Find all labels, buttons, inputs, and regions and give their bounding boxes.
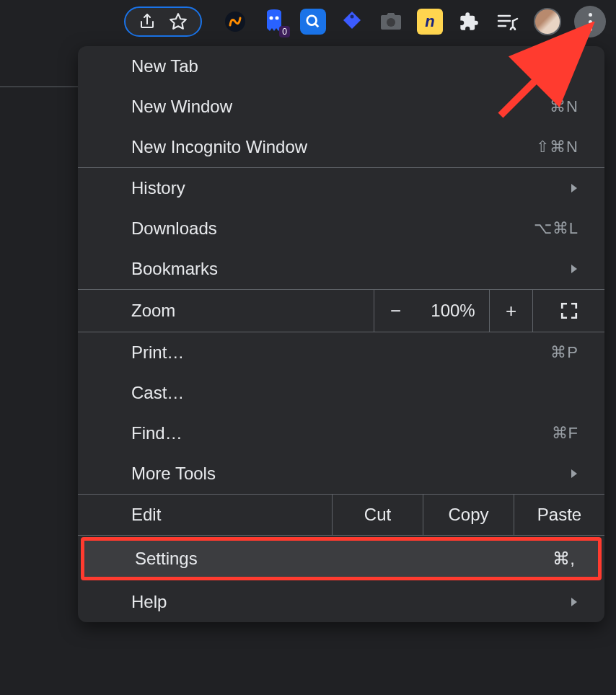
svg-point-4 [307, 16, 317, 25]
extension-notes-icon[interactable]: n [417, 9, 443, 35]
omnibox-actions [124, 6, 202, 37]
bookmark-star-icon[interactable] [169, 12, 188, 31]
menu-item-label: Print… [131, 342, 184, 363]
svg-marker-14 [571, 598, 577, 606]
svg-marker-11 [571, 184, 577, 192]
svg-marker-0 [170, 14, 186, 29]
submenu-chevron-icon [570, 182, 578, 194]
menu-item-new-window[interactable]: New Window ⌘N [78, 87, 604, 127]
menu-item-downloads[interactable]: Downloads ⌥⌘L [78, 208, 604, 249]
menu-item-new-incognito-window[interactable]: New Incognito Window ⇧⌘N [78, 127, 604, 167]
menu-item-shortcut: ⌘N [550, 97, 578, 116]
fullscreen-button[interactable] [532, 290, 604, 332]
zoom-value: 100% [417, 290, 489, 332]
zoom-label: Zoom [78, 301, 374, 321]
menu-item-label: Find… [131, 423, 182, 443]
menu-item-label: New Incognito Window [131, 137, 307, 157]
edit-label: Edit [78, 505, 332, 525]
menu-item-label: New Window [131, 97, 232, 117]
extension-pricetag-icon[interactable] [339, 9, 365, 35]
menu-item-label: New Tab [131, 56, 198, 76]
cut-button[interactable]: Cut [332, 495, 423, 535]
menu-item-find[interactable]: Find… ⌘F [78, 413, 604, 453]
menu-item-label: More Tools [131, 464, 216, 484]
svg-marker-12 [571, 265, 577, 273]
submenu-chevron-icon [570, 263, 578, 275]
menu-item-new-tab[interactable]: New Tab ⌘T [78, 46, 604, 87]
menu-item-label: Downloads [131, 218, 217, 239]
menu-item-shortcut: ⌘T [552, 57, 578, 76]
browser-main-menu: New Tab ⌘T New Window ⌘N New Incognito W… [78, 46, 604, 622]
menu-item-shortcut: ⌘, [553, 549, 575, 569]
zoom-in-button[interactable]: + [489, 290, 532, 332]
menu-item-bookmarks[interactable]: Bookmarks [78, 249, 604, 289]
menu-item-shortcut: ⌘F [552, 424, 578, 443]
extension-search-icon[interactable] [300, 9, 326, 35]
menu-item-settings[interactable]: Settings ⌘, [81, 537, 602, 580]
menu-item-zoom: Zoom − 100% + [78, 290, 604, 332]
submenu-chevron-icon [570, 596, 578, 608]
menu-item-more-tools[interactable]: More Tools [78, 453, 604, 494]
paste-button[interactable]: Paste [514, 495, 604, 535]
more-menu-button[interactable] [574, 6, 606, 37]
svg-line-5 [315, 24, 319, 27]
menu-item-shortcut: ⌘P [550, 343, 578, 362]
svg-point-2 [270, 17, 273, 20]
browser-toolbar: 0 n [0, 0, 616, 43]
menu-separator [78, 535, 604, 536]
svg-point-6 [351, 15, 354, 19]
svg-point-7 [387, 18, 395, 27]
menu-item-shortcut: ⇧⌘N [536, 138, 578, 156]
menu-item-label: Bookmarks [131, 259, 218, 279]
toolbar-bottom-divider [0, 87, 79, 87]
share-icon[interactable] [138, 13, 156, 30]
zoom-out-button[interactable]: − [374, 290, 417, 332]
menu-item-shortcut: ⌥⌘L [534, 219, 578, 238]
extension-badge: 0 [279, 26, 290, 37]
svg-marker-13 [571, 469, 577, 478]
extension-similarweb-icon[interactable] [222, 9, 248, 35]
extensions-puzzle-icon[interactable] [456, 9, 482, 35]
media-control-icon[interactable] [495, 9, 521, 35]
extension-ghostery-icon[interactable]: 0 [261, 9, 287, 35]
svg-point-3 [276, 17, 279, 20]
menu-item-cast[interactable]: Cast… [78, 373, 604, 413]
copy-button[interactable]: Copy [423, 495, 514, 535]
menu-item-label: Help [131, 592, 167, 612]
menu-item-edit: Edit Cut Copy Paste [78, 495, 604, 535]
profile-avatar[interactable] [534, 8, 561, 35]
submenu-chevron-icon [570, 468, 578, 479]
extension-camera-icon[interactable] [378, 9, 404, 35]
menu-item-label: Settings [135, 549, 198, 569]
menu-item-print[interactable]: Print… ⌘P [78, 332, 604, 373]
menu-item-help[interactable]: Help [78, 582, 604, 622]
menu-item-label: History [131, 178, 185, 198]
menu-item-label: Cast… [131, 383, 184, 403]
menu-item-history[interactable]: History [78, 168, 604, 208]
